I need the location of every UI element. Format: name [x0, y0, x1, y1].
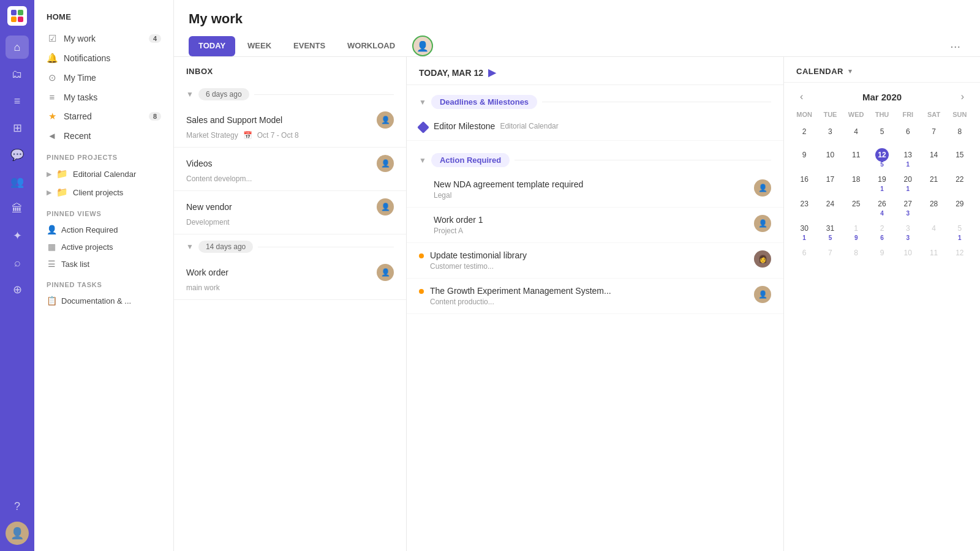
building-icon[interactable]: 🏛 [6, 197, 29, 220]
tab-today[interactable]: TODAY [189, 36, 235, 56]
home-icon[interactable]: ⌂ [6, 36, 29, 59]
cal-cell-5-2[interactable]: 8 [843, 244, 869, 266]
cal-cell-4-1[interactable]: 315 [817, 220, 843, 243]
cal-cell-5-0[interactable]: 6 [791, 244, 817, 266]
today-item-workorder1[interactable]: Work order 1 Project A 👤 [407, 208, 783, 243]
cal-cell-1-5[interactable]: 14 [921, 146, 946, 170]
nav-item-starred[interactable]: ★ Starred 8 [34, 107, 173, 126]
search-icon[interactable]: ⌕ [6, 251, 29, 274]
calendar-dropdown-icon[interactable]: ▾ [848, 67, 853, 75]
cal-cell-4-6[interactable]: 51 [947, 220, 973, 243]
cal-cell-5-4[interactable]: 10 [895, 244, 921, 266]
cal-cell-2-5[interactable]: 21 [921, 171, 946, 194]
cal-cell-5-3[interactable]: 9 [869, 244, 895, 266]
today-item-testimonial[interactable]: Update testimonial library Customer test… [407, 243, 783, 279]
tab-workload[interactable]: WORKLOAD [337, 36, 405, 56]
pinned-project-editorial[interactable]: ▶ 📁 Editorial Calendar [34, 165, 173, 183]
cal-cell-0-0[interactable]: 2 [791, 123, 817, 145]
collapse-6days-button[interactable]: ▼ [186, 90, 194, 99]
people-icon[interactable]: 👥 [6, 170, 29, 193]
nav-item-recent[interactable]: ◄ Recent [34, 126, 173, 145]
today-item-sub-workorder1: Project A [434, 227, 748, 235]
cal-cell-3-1[interactable]: 24 [817, 195, 843, 219]
collapse-action-button[interactable]: ▼ [419, 156, 426, 165]
inbox-item-vendor[interactable]: New vendor 👤 Development [174, 191, 406, 234]
cal-cell-1-6[interactable]: 15 [947, 146, 973, 170]
add-circle-icon[interactable]: ⊕ [6, 278, 29, 301]
pinned-project-client[interactable]: ▶ 📁 Client projects [34, 183, 173, 201]
cal-cell-2-2[interactable]: 18 [843, 171, 869, 194]
today-item-milestone[interactable]: Editor Milestone Editorial Calendar [407, 114, 783, 141]
view-item-action-required[interactable]: 👤 Action Required [34, 221, 173, 238]
nav-item-my-work[interactable]: ☑ My work 4 [34, 29, 173, 48]
cal-cell-0-1[interactable]: 3 [817, 123, 843, 145]
cal-cell-0-5[interactable]: 7 [921, 123, 946, 145]
action-required-section-button[interactable]: Action Required [431, 153, 510, 167]
cal-cell-1-0[interactable]: 9 [791, 146, 817, 170]
tab-events[interactable]: EVENTS [284, 36, 335, 56]
tab-week[interactable]: WEEK [238, 36, 281, 56]
view-item-task-list[interactable]: ☰ Task list [34, 255, 173, 272]
user-avatar-icon[interactable]: 👤 [6, 522, 29, 545]
cal-cell-4-0[interactable]: 301 [791, 220, 817, 243]
chat-icon[interactable]: 💬 [6, 143, 29, 167]
cal-cell-0-3[interactable]: 5 [869, 123, 895, 145]
cal-cell-4-5[interactable]: 4 [921, 220, 946, 243]
collapse-14days-button[interactable]: ▼ [186, 242, 194, 251]
cal-cell-4-4[interactable]: 33 [895, 220, 921, 243]
cal-cell-4-3[interactable]: 26 [869, 220, 895, 243]
cal-cell-0-4[interactable]: 6 [895, 123, 921, 145]
cal-cell-3-6[interactable]: 29 [947, 195, 973, 219]
left-nav-title: HOME [34, 10, 173, 29]
cal-cell-0-2[interactable]: 4 [843, 123, 869, 145]
user-avatar-tab[interactable]: 👤 [412, 36, 433, 56]
cal-cell-1-1[interactable]: 10 [817, 146, 843, 170]
today-arrow-button[interactable]: ▶ [488, 67, 496, 78]
cal-cell-3-3[interactable]: 264 [869, 195, 895, 219]
inbox-item-sales[interactable]: Sales and Support Model 👤 Market Strateg… [174, 104, 406, 148]
cal-cell-2-4[interactable]: 201 [895, 171, 921, 194]
cal-cell-1-2[interactable]: 11 [843, 146, 869, 170]
cal-cell-4-2[interactable]: 19 [843, 220, 869, 243]
cal-cell-5-6[interactable]: 12 [947, 244, 973, 266]
cal-cell-2-0[interactable]: 16 [791, 171, 817, 194]
cal-cell-3-4[interactable]: 273 [895, 195, 921, 219]
grid-icon[interactable]: ⊞ [6, 116, 29, 140]
cal-badge-4-1: 5 [829, 235, 832, 241]
cal-cell-1-3[interactable]: 125 [869, 146, 895, 170]
view-label-action-required: Action Required [61, 225, 118, 234]
inbox-item-workorder[interactable]: Work order 👤 main work [174, 257, 406, 300]
nav-item-notifications[interactable]: 🔔 Notifications [34, 48, 173, 68]
cal-cell-3-0[interactable]: 23 [791, 195, 817, 219]
cal-cell-0-6[interactable]: 8 [947, 123, 973, 145]
wand-icon[interactable]: ✦ [6, 224, 29, 247]
more-options-button[interactable]: ··· [945, 37, 965, 56]
list-icon[interactable]: ≡ [6, 89, 29, 113]
cal-badge-4-0: 1 [802, 235, 806, 241]
today-item-growth[interactable]: The Growth Experiment Management System.… [407, 279, 783, 314]
cal-cell-3-5[interactable]: 28 [921, 195, 946, 219]
cal-cell-1-4[interactable]: 131 [895, 146, 921, 170]
nav-item-my-tasks[interactable]: ≡ My tasks [34, 88, 173, 107]
deadlines-section-button[interactable]: Deadlines & Milestones [431, 95, 537, 109]
nav-item-my-time[interactable]: ⊙ My Time [34, 68, 173, 88]
help-icon[interactable]: ? [6, 495, 29, 518]
inbox-item-videos[interactable]: Videos 👤 Content developm... [174, 148, 406, 191]
cal-next-button[interactable]: › [957, 90, 968, 103]
cal-cell-3-2[interactable]: 25 [843, 195, 869, 219]
pinned-task-documentation[interactable]: 📋 Documentation & ... [34, 292, 173, 309]
avatar-growth: 👤 [754, 286, 771, 303]
cal-cell-2-6[interactable]: 22 [947, 171, 973, 194]
cal-cell-5-1[interactable]: 7 [817, 244, 843, 266]
view-item-active-projects[interactable]: ▦ Active projects [34, 238, 173, 255]
today-item-content-workorder1: Work order 1 Project A [434, 215, 748, 235]
cal-cell-2-1[interactable]: 17 [817, 171, 843, 194]
today-item-nda[interactable]: New NDA agreement template required Lega… [407, 172, 783, 208]
avatar-workorder: 👤 [377, 264, 394, 281]
cal-cell-5-5[interactable]: 11 [921, 244, 946, 266]
cal-prev-button[interactable]: ‹ [796, 90, 807, 103]
briefcase-icon[interactable]: 🗂 [6, 62, 29, 86]
collapse-deadlines-button[interactable]: ▼ [419, 98, 426, 107]
app-logo[interactable] [7, 6, 27, 26]
cal-cell-2-3[interactable]: 191 [869, 171, 895, 194]
